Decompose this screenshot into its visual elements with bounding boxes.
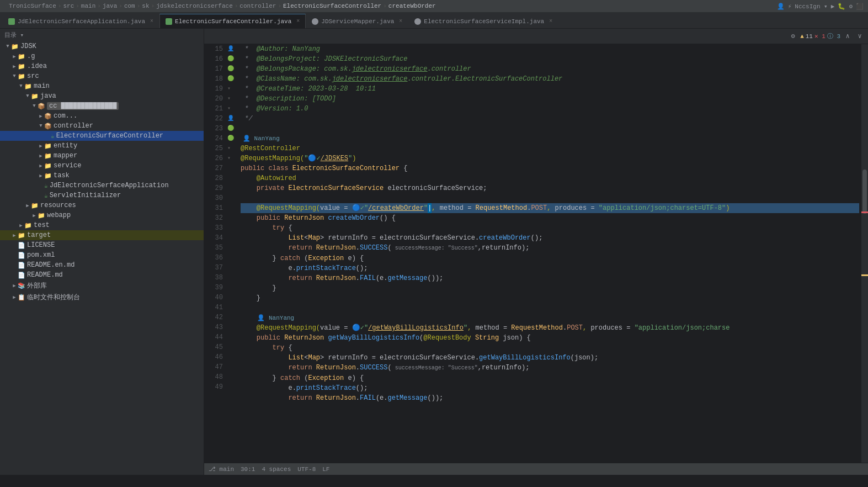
tree-item-jdelectronicserfaceapplication[interactable]: ☕ JdElectronicSerfaceApplication (0, 181, 204, 190)
editor-scrollbar[interactable] (861, 44, 868, 463)
code-line-20: * @Description: [TODO] (241, 94, 859, 104)
tab-bar: JdElectronicSerfaceApplication.java × El… (0, 12, 868, 29)
toolbar-warnings[interactable]: ▲ 11 ✕ 1 ⓘ 3 (800, 32, 840, 40)
right-panel: ⚙ ▲ 11 ✕ 1 ⓘ 3 ∧ ∨ 15 16 17 18 19 20 21 … (204, 29, 868, 475)
tree-item-idea[interactable]: ▶ 📁 .idea (0, 61, 204, 71)
tab-electronicsurfaceserviceimpl[interactable]: ElectronicSurfaceServiceImpl.java × (408, 14, 558, 28)
code-line-24-person: 👤 NanYang (241, 134, 859, 144)
code-line-42: @RequestMapping(value = 🔵✓"/getWayBillLo… (241, 323, 859, 333)
code-content[interactable]: * @Author: NanYang * @BelongsProject: JD… (238, 44, 861, 463)
code-line-47: } catch (Exception e) { (241, 373, 859, 383)
code-line-21: * @Version: 1.0 (241, 104, 859, 114)
tree-item-src[interactable]: ▼ 📁 src (0, 71, 204, 81)
tree-item-com[interactable]: ▶ 📦 com... (0, 111, 204, 121)
toolbar-settings-icon[interactable]: ⚙ (788, 31, 798, 41)
code-line-48: e.printStackTrace(); (241, 383, 859, 393)
code-line-15: * @Author: NanYang (241, 44, 859, 54)
line-numbers: 15 16 17 18 19 20 21 22 23 24 25 26 27 2… (204, 44, 227, 463)
code-line-29 (241, 193, 859, 203)
status-bar: ⎇ main 30:1 4 spaces UTF-8 LF (204, 463, 868, 475)
tree-item-resources[interactable]: ▶ 📁 resources (0, 200, 204, 210)
tab-close-2[interactable]: × (296, 18, 300, 24)
code-line-28: private ElectronicSurfaceService electro… (241, 183, 859, 193)
code-line-37: return ReturnJson.FAIL(e.getMessage()); (241, 273, 859, 283)
tree-item-test[interactable]: ▶ 📁 test (0, 220, 204, 230)
code-line-34: return ReturnJson.SUCCESS( successMessag… (241, 243, 859, 253)
code-line-33: List<Map> returnInfo = electronicSurface… (241, 233, 859, 243)
tab-close-4[interactable]: × (549, 18, 552, 24)
toolbar-expand-icon[interactable]: ∧ (843, 31, 853, 41)
code-line-39: } (241, 293, 859, 303)
code-line-32: try { (241, 223, 859, 233)
code-line-17: * @BelongsPackage: com.sk.jdelectronicse… (241, 64, 859, 74)
code-line-49: return ReturnJson.FAIL(e.getMessage()); (241, 393, 859, 403)
editor-area: 15 16 17 18 19 20 21 22 23 24 25 26 27 2… (204, 44, 868, 463)
tree-item-g[interactable]: ▶ 📁 .g (0, 51, 204, 61)
tab-close-3[interactable]: × (399, 18, 402, 24)
code-line-38: } (241, 283, 859, 293)
tab-jdelectronicserfaceapplication[interactable]: JdElectronicSerfaceApplication.java × (2, 14, 159, 28)
tree-item-electronicsurfacecontroller[interactable]: ☕ ElectronicSurfaceController (0, 131, 204, 141)
status-line-separator: LF (322, 466, 329, 473)
tree-item-target[interactable]: ▶ 📁 target (0, 230, 204, 240)
window-controls: 👤 ⚡ NccsIgn ▾ ▶ 🐛 ⚙ ⬛ (777, 3, 864, 10)
tab-electronicsurfacecontroller[interactable]: ElectronicSurfaceController.java × (159, 14, 306, 28)
editor-toolbar: ⚙ ▲ 11 ✕ 1 ⓘ 3 ∧ ∨ (204, 29, 868, 44)
code-line-27: @Autowired (241, 173, 859, 183)
code-line-30: @RequestMapping(value = 🔵✓"/createWbOrde… (241, 203, 859, 213)
code-line-35: } catch (Exception e) { (241, 253, 859, 263)
tree-item-external[interactable]: ▶ 📚 外部库 (0, 280, 204, 292)
code-line-31: public ReturnJson createWbOrder() { (241, 213, 859, 223)
code-line-45: List<Map> returnInfo = electronicSurface… (241, 353, 859, 363)
code-line-46: return ReturnJson.SUCCESS( successMessag… (241, 363, 859, 373)
tree-item-mapper[interactable]: ▶ 📁 mapper (0, 151, 204, 161)
tree-item-entity[interactable]: ▶ 📁 entity (0, 141, 204, 151)
tab-jdservicemapper[interactable]: JDServiceMapper.java × (306, 14, 408, 28)
code-line-22: */ (241, 114, 859, 124)
code-line-24: @RestController (241, 144, 859, 153)
tree-item-readme[interactable]: 📄 README.md (0, 270, 204, 280)
tree-item-servletinitializer[interactable]: ☕ ServletInitializer (0, 190, 204, 200)
line-gutter: 👤 🟢 🟢 🟢 ▾ ▾ ▾ 👤 🟢 (227, 44, 238, 463)
tree-item-controller[interactable]: ▼ 📦 controller (0, 121, 204, 131)
tree-item-webapp[interactable]: ▶ 📁 webapp (0, 210, 204, 220)
main-layout: 目录 ▾ ▼ 📁 JDSK ▶ 📁 .g ▶ 📁 .idea ▼ 📁 src (0, 29, 868, 475)
code-line-23 (241, 124, 859, 134)
code-line-43: public ReturnJson getWayBillLogisticsInf… (241, 333, 859, 343)
code-line-25: @RequestMapping("🔵✓/JDSKES") (241, 153, 859, 163)
tree-item-readme-en[interactable]: 📄 README.en.md (0, 260, 204, 270)
tree-root-jdsk[interactable]: ▼ 📁 JDSK (0, 41, 204, 51)
window-bar: TronicSurface› src› main› java› com› sk›… (0, 0, 868, 12)
code-line-36: e.printStackTrace(); (241, 263, 859, 273)
code-line-16: * @BelongsProject: JDSKElectronicSurface (241, 54, 859, 64)
tree-item-pomxml[interactable]: 📄 pom.xml (0, 250, 204, 260)
tree-item-cc[interactable]: ▼ 📦 cc ██████████████ (0, 101, 204, 111)
code-line-41-person: 👤 NanYang (241, 313, 859, 323)
status-cursor: 30:1 (241, 466, 255, 473)
tree-item-task[interactable]: ▶ 📁 task (0, 171, 204, 181)
code-line-44: try { (241, 343, 859, 353)
toolbar-collapse-icon[interactable]: ∨ (855, 31, 865, 41)
code-line-40 (241, 303, 859, 313)
breadcrumb: TronicSurface› src› main› java› com› sk›… (4, 3, 440, 9)
tree-item-java[interactable]: ▼ 📁 java (0, 91, 204, 101)
sidebar-header[interactable]: 目录 ▾ (0, 29, 204, 41)
code-line-26: public class ElectronicSurfaceController… (241, 163, 859, 173)
tab-close-1[interactable]: × (150, 18, 153, 24)
code-line-19: * @CreateTime: 2023-03-28 10:11 (241, 84, 859, 94)
status-git: ⎇ main (209, 465, 234, 473)
sidebar: 目录 ▾ ▼ 📁 JDSK ▶ 📁 .g ▶ 📁 .idea ▼ 📁 src (0, 29, 204, 475)
status-encoding: UTF-8 (297, 466, 316, 473)
tree-item-license[interactable]: 📄 LICENSE (0, 240, 204, 250)
tree-item-service[interactable]: ▶ 📁 service (0, 161, 204, 171)
tree-item-scratches[interactable]: ▶ 📋 临时文件和控制台 (0, 292, 204, 303)
status-indent: 4 spaces (262, 466, 291, 473)
tree-item-main[interactable]: ▼ 📁 main (0, 81, 204, 91)
code-line-18: * @ClassName: com.sk.jdelectronicserface… (241, 74, 859, 84)
